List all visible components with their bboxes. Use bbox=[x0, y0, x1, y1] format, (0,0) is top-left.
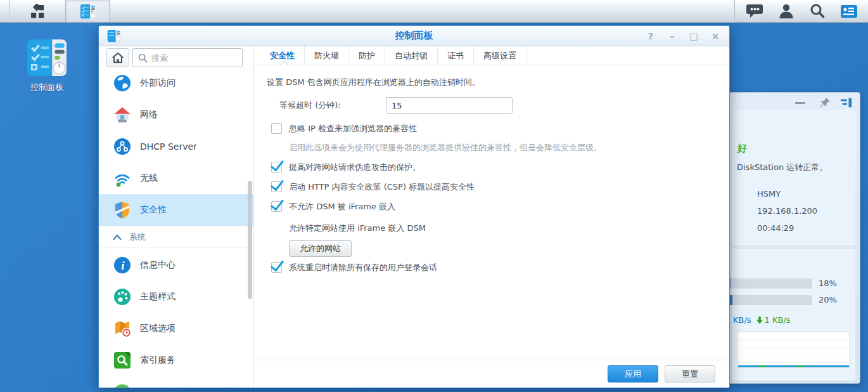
cpu-percent: 18% bbox=[819, 278, 850, 288]
tab-advanced[interactable]: 高级设置 bbox=[474, 46, 527, 65]
sidebar-item-label: 安全性 bbox=[140, 204, 167, 216]
sidebar-item-dhcp-server[interactable]: DHCP Server bbox=[99, 131, 253, 162]
health-card: 好 DiskStation 运转正常。 HSMY 192.168.1.200 0… bbox=[732, 110, 855, 245]
sidebar-item-wireless[interactable]: 无线 bbox=[99, 162, 253, 194]
proxy-note: 启用此选项来会为使用代理服务器的浏览器提供较佳的兼容性，但是会降低安全层级。 bbox=[289, 142, 714, 154]
desktop: 控制面板 好 DiskStation 运转正常。 HSMY 192.1 bbox=[0, 0, 868, 392]
reset-button[interactable]: 重置 bbox=[665, 365, 715, 382]
upload-rate: KB/s bbox=[733, 315, 751, 325]
control-panel-icon bbox=[26, 38, 68, 79]
widgets-icon[interactable] bbox=[840, 3, 858, 20]
window-titlebar[interactable]: 控制面板 ? – □ × bbox=[99, 26, 729, 46]
sidebar-item-network[interactable]: 网络 bbox=[99, 99, 253, 131]
regional-options-icon bbox=[113, 319, 132, 338]
iframe-checkbox[interactable] bbox=[271, 201, 282, 212]
timeout-input[interactable] bbox=[386, 97, 513, 114]
close-button[interactable]: × bbox=[709, 31, 722, 41]
widget-header bbox=[727, 93, 860, 110]
search-box-icon bbox=[138, 53, 148, 63]
timeout-label: 等候超时 (分钟): bbox=[279, 100, 386, 111]
apply-button[interactable]: 应用 bbox=[608, 365, 658, 382]
index-service-icon bbox=[113, 351, 132, 370]
option-label: 不允许 DSM 被 iFrame 嵌入 bbox=[289, 201, 395, 212]
theme-icon bbox=[113, 287, 132, 306]
option-row-csrf: 提高对跨网站请求伪造攻击的保护。 bbox=[271, 162, 714, 173]
sidebar-item-info-center[interactable]: i 信息中心 bbox=[99, 249, 253, 281]
server-name-value: HSMY bbox=[757, 189, 781, 199]
sidebar-item-label: 网络 bbox=[140, 109, 158, 121]
health-description: DiskStation 运转正常。 bbox=[737, 162, 827, 173]
search-input[interactable] bbox=[151, 53, 221, 63]
dhcp-server-icon bbox=[113, 137, 132, 156]
sidebar-section-label: 系统 bbox=[129, 232, 146, 243]
tab-auto-block[interactable]: 自动封锁 bbox=[385, 46, 438, 65]
action-bar: 应用 重置 bbox=[254, 360, 729, 388]
option-label: 忽略 IP 检查来加强浏览器的兼容性 bbox=[289, 123, 417, 134]
sidebar-item-label: 索引服务 bbox=[140, 355, 176, 366]
iframe-allow-label: 允许特定网站使用 iFrame 嵌入 DSM bbox=[289, 223, 714, 234]
resource-monitor-card: 18% 20% KB/s 1 KB/s bbox=[732, 249, 855, 380]
sidebar-item-label: 区域选项 bbox=[140, 323, 176, 334]
intro-text: 设置 DSM 包含网页应用程序在浏览器上的自动注销时间。 bbox=[267, 77, 714, 88]
search-box[interactable] bbox=[132, 48, 243, 67]
control-panel-task-button[interactable] bbox=[66, 0, 110, 22]
ip-address-value: 192.168.1.200 bbox=[757, 206, 817, 216]
sidebar-item-theme[interactable]: 主题样式 bbox=[99, 281, 253, 313]
user-icon[interactable] bbox=[779, 3, 794, 19]
maximize-button[interactable]: □ bbox=[687, 31, 700, 41]
option-row-ignore-ip: 忽略 IP 检查来加强浏览器的兼容性 bbox=[271, 123, 714, 134]
chat-icon[interactable] bbox=[746, 3, 763, 19]
sidebar-item-partial-icon bbox=[113, 384, 132, 388]
sidebar-scrollbar[interactable] bbox=[248, 181, 252, 299]
tab-certificate[interactable]: 证书 bbox=[438, 46, 474, 65]
network-chart bbox=[737, 331, 850, 368]
option-label: 启动 HTTP 内容安全政策 (CSP) 标题以提高安全性 bbox=[289, 181, 475, 193]
option-label: 提高对跨网站请求伪造攻击的保护。 bbox=[289, 162, 421, 173]
sidebar-item-label: 主题样式 bbox=[140, 291, 176, 303]
svg-text:i: i bbox=[121, 259, 125, 272]
option-row-sessions: 系统重启时清除所有保存的用户登录会话 bbox=[271, 262, 714, 273]
tab-bar: 安全性 防火墙 防护 自动封锁 证书 高级设置 bbox=[254, 46, 729, 65]
sidebar-item-label: 信息中心 bbox=[140, 259, 176, 271]
timeout-row: 等候超时 (分钟): bbox=[279, 96, 714, 115]
control-panel-window: 控制面板 ? – □ × bbox=[98, 25, 730, 388]
sidebar-item-index-service[interactable]: 索引服务 bbox=[99, 344, 253, 376]
search-icon[interactable] bbox=[809, 3, 825, 19]
widget-minimize-icon[interactable] bbox=[795, 102, 805, 104]
sidebar-item-security[interactable]: 安全性 bbox=[99, 194, 253, 226]
download-arrow-icon bbox=[756, 317, 763, 324]
sidebar-item-external-access[interactable]: 外部访问 bbox=[99, 67, 253, 99]
download-rate: 1 KB/s bbox=[756, 315, 791, 325]
allowed-sites-button[interactable]: 允许的网站 bbox=[289, 240, 352, 257]
widget-panel-icon[interactable] bbox=[839, 97, 852, 110]
tab-protection[interactable]: 防护 bbox=[349, 46, 385, 65]
home-button[interactable] bbox=[106, 48, 129, 67]
taskbar-tray bbox=[734, 0, 868, 22]
security-settings-panel: 设置 DSM 包含网页应用程序在浏览器上的自动注销时间。 等候超时 (分钟): … bbox=[254, 65, 729, 360]
clear-sessions-checkbox[interactable] bbox=[271, 262, 282, 273]
main-menu-button[interactable] bbox=[10, 0, 66, 22]
sidebar-section-system[interactable]: 系统 bbox=[99, 226, 253, 248]
show-desktop-button[interactable] bbox=[0, 0, 10, 22]
health-status-text: 好 bbox=[737, 143, 747, 155]
csrf-checkbox[interactable] bbox=[271, 162, 282, 173]
uptime-value: 00:44:29 bbox=[757, 223, 794, 233]
sidebar-item-regional-options[interactable]: 区域选项 bbox=[99, 313, 253, 344]
network-home-icon bbox=[113, 105, 132, 124]
ignore-ip-checkbox[interactable] bbox=[271, 123, 282, 134]
minimize-button[interactable]: – bbox=[666, 31, 679, 41]
tab-firewall[interactable]: 防火墙 bbox=[305, 46, 349, 65]
chevron-up-icon bbox=[113, 234, 122, 240]
sidebar: 外部访问 网络 bbox=[99, 46, 254, 388]
csp-checkbox[interactable] bbox=[271, 181, 282, 192]
pin-icon[interactable] bbox=[819, 97, 831, 110]
home-icon bbox=[111, 51, 125, 64]
globe-icon bbox=[113, 74, 132, 93]
desktop-icon-control-panel[interactable]: 控制面板 bbox=[15, 38, 79, 93]
wireless-icon bbox=[113, 169, 132, 188]
help-button[interactable]: ? bbox=[644, 31, 657, 41]
sidebar-item-label: 外部访问 bbox=[140, 77, 176, 89]
window-controls: ? – □ × bbox=[644, 26, 722, 46]
network-rates: KB/s 1 KB/s bbox=[733, 315, 791, 325]
desktop-icon-label: 控制面板 bbox=[15, 82, 79, 93]
